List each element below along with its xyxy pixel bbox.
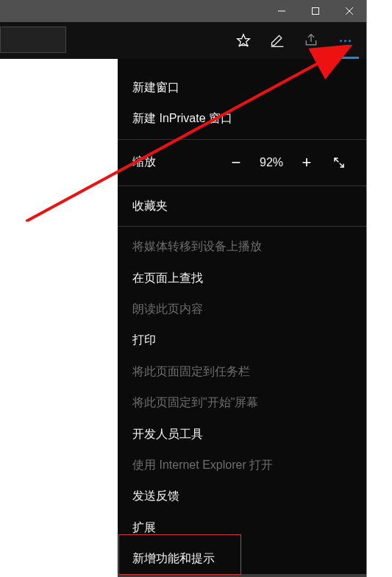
menu-whats-new[interactable]: 新增功能和提示: [118, 543, 366, 574]
menu-divider: [118, 226, 366, 227]
notes-icon[interactable]: [260, 22, 294, 59]
close-button[interactable]: [332, 0, 366, 22]
favorites-icon[interactable]: [227, 22, 260, 59]
svg-line-7: [335, 158, 338, 162]
menu-divider: [118, 139, 366, 140]
fullscreen-button[interactable]: [327, 150, 352, 175]
menu-favorites[interactable]: 收藏夹: [118, 191, 366, 222]
zoom-out-button[interactable]: −: [224, 150, 249, 175]
menu-pin-taskbar: 将此页面固定到任务栏: [118, 356, 366, 387]
svg-marker-4: [238, 35, 250, 46]
menu-new-window[interactable]: 新建窗口: [118, 72, 366, 103]
menu-dev-tools[interactable]: 开发人员工具: [118, 419, 366, 450]
menu-find-on-page[interactable]: 在页面上查找: [118, 263, 366, 294]
minimize-button[interactable]: [265, 0, 299, 22]
menu-print[interactable]: 打印: [118, 325, 366, 355]
menu-read-aloud: 朗读此页内容: [118, 294, 366, 325]
menu-zoom-row: 缩放 − 92% +: [118, 144, 366, 181]
settings-menu: 新建窗口 新建 InPrivate 窗口 缩放 − 92% + 收藏夹 将媒体转…: [118, 59, 366, 577]
address-bar[interactable]: [0, 26, 66, 53]
menu-cast-media: 将媒体转移到设备上播放: [118, 231, 366, 262]
menu-send-feedback[interactable]: 发送反馈: [118, 481, 366, 511]
window-titlebar: [0, 0, 366, 22]
zoom-in-button[interactable]: +: [294, 150, 319, 175]
zoom-label: 缩放: [132, 155, 216, 170]
menu-open-ie: 使用 Internet Explorer 打开: [118, 450, 366, 481]
menu-new-inprivate[interactable]: 新建 InPrivate 窗口: [118, 103, 366, 134]
maximize-button[interactable]: [299, 0, 332, 22]
svg-rect-1: [313, 8, 319, 15]
share-icon[interactable]: [294, 22, 328, 59]
menu-pin-start: 将此页固定到"开始"屏幕: [118, 387, 366, 418]
menu-settings[interactable]: 设置: [118, 574, 366, 577]
menu-divider: [118, 185, 366, 186]
more-button[interactable]: [328, 22, 362, 59]
zoom-value: 92%: [256, 156, 287, 169]
more-icon: [340, 40, 351, 42]
menu-extensions[interactable]: 扩展: [118, 512, 366, 543]
svg-line-8: [340, 163, 343, 167]
browser-toolbar: [0, 22, 366, 59]
